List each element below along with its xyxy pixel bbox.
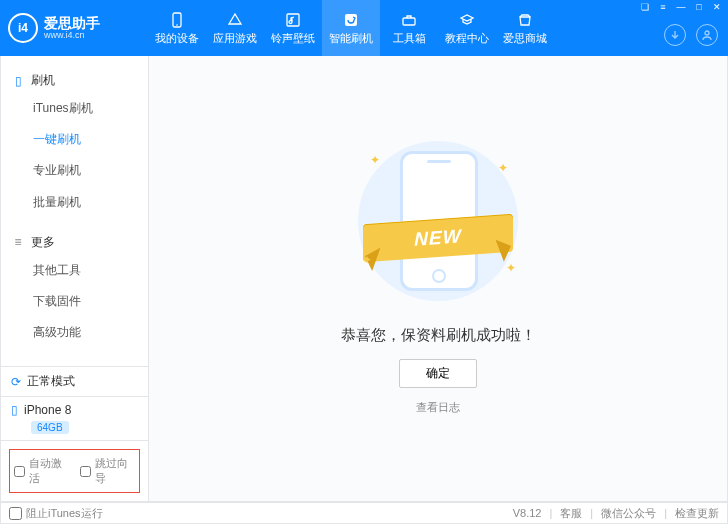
sidebar-item-itunes-flash[interactable]: iTunes刷机 [1,93,148,124]
success-illustration: NEW ✦ ✦ ✦ ✦ [338,133,538,308]
window-controls: ❏ ≡ — □ ✕ [638,2,724,12]
minimize-icon[interactable]: — [674,2,688,12]
sidebar-group-title[interactable]: ▯ 刷机 [1,68,148,93]
svg-point-1 [176,24,178,26]
logo-subtext: www.i4.cn [44,30,100,40]
svg-rect-4 [403,18,415,25]
checkbox-input[interactable] [9,507,22,520]
device-small-icon: ▯ [11,403,18,417]
sparkle-icon: ✦ [498,161,508,175]
apps-icon [226,11,244,29]
nav-label: 我的设备 [155,31,199,46]
sidebar-device[interactable]: ▯ iPhone 8 64GB [1,396,148,440]
status-bar: 阻止iTunes运行 V8.12 | 客服 | 微信公众号 | 检查更新 [0,502,728,524]
device-icon [168,11,186,29]
footer-link-update[interactable]: 检查更新 [675,506,719,521]
success-message: 恭喜您，保资料刷机成功啦！ [341,326,536,345]
nav-apps[interactable]: 应用游戏 [206,0,264,56]
more-icon: ≡ [11,235,25,249]
flash-icon [342,11,360,29]
checkbox-label: 阻止iTunes运行 [26,506,103,521]
sync-icon: ⟳ [11,375,21,389]
footer-link-support[interactable]: 客服 [560,506,582,521]
sparkle-icon: ✦ [370,153,380,167]
logo-block: i4 爱思助手 www.i4.cn [8,13,148,43]
sidebar-item-pro-flash[interactable]: 专业刷机 [1,155,148,186]
phone-icon: ▯ [11,74,25,88]
checkbox-block-itunes[interactable]: 阻止iTunes运行 [9,506,103,521]
user-button[interactable] [696,24,718,46]
sparkle-icon: ✦ [506,261,516,275]
checkbox-input[interactable] [80,466,91,477]
group-label: 刷机 [31,72,55,89]
header-right [664,24,718,46]
group-label: 更多 [31,234,55,251]
sidebar-item-batch-flash[interactable]: 批量刷机 [1,187,148,218]
sidebar-status[interactable]: ⟳ 正常模式 [1,366,148,396]
svg-rect-3 [345,14,357,26]
sidebar-item-advanced[interactable]: 高级功能 [1,317,148,348]
nav-ringtones[interactable]: 铃声壁纸 [264,0,322,56]
ok-button[interactable]: 确定 [399,359,477,388]
close-icon[interactable]: ✕ [710,2,724,12]
status-label: 正常模式 [27,373,75,390]
content-area: NEW ✦ ✦ ✦ ✦ 恭喜您，保资料刷机成功啦！ 确定 查看日志 [149,56,727,501]
sidebar-item-other-tools[interactable]: 其他工具 [1,255,148,286]
sidebar-bottom-options: 自动激活 跳过向导 [1,440,148,501]
skin-icon[interactable]: ❏ [638,2,652,12]
nav-label: 应用游戏 [213,31,257,46]
highlighted-options: 自动激活 跳过向导 [9,449,140,493]
nav-toolbox[interactable]: 工具箱 [380,0,438,56]
nav-flash[interactable]: 智能刷机 [322,0,380,56]
checkbox-input[interactable] [14,466,25,477]
music-icon [284,11,302,29]
tutorial-icon [458,11,476,29]
checkbox-label: 自动激活 [29,456,70,486]
maximize-icon[interactable]: □ [692,2,706,12]
nav-label: 智能刷机 [329,31,373,46]
checkbox-auto-activate[interactable]: 自动激活 [14,456,70,486]
sparkle-icon: ✦ [362,253,372,267]
svg-rect-2 [287,14,299,26]
nav-label: 铃声壁纸 [271,31,315,46]
nav-store[interactable]: 爱思商城 [496,0,554,56]
nav-label: 爱思商城 [503,31,547,46]
checkbox-skip-wizard[interactable]: 跳过向导 [80,456,136,486]
store-icon [516,11,534,29]
sidebar-group-flash: ▯ 刷机 iTunes刷机 一键刷机 专业刷机 批量刷机 [1,62,148,224]
version-label: V8.12 [513,507,542,519]
top-nav: 我的设备 应用游戏 铃声壁纸 智能刷机 工具箱 教程中心 爱思商城 [148,0,554,56]
nav-label: 教程中心 [445,31,489,46]
nav-my-device[interactable]: 我的设备 [148,0,206,56]
nav-tutorials[interactable]: 教程中心 [438,0,496,56]
app-header: i4 爱思助手 www.i4.cn 我的设备 应用游戏 铃声壁纸 智能刷机 工具… [0,0,728,56]
view-log-link[interactable]: 查看日志 [416,400,460,415]
sidebar-group-more: ≡ 更多 其他工具 下载固件 高级功能 [1,224,148,355]
checkbox-label: 跳过向导 [95,456,136,486]
sidebar: ▯ 刷机 iTunes刷机 一键刷机 专业刷机 批量刷机 ≡ 更多 其他工具 下… [1,56,149,501]
logo-icon: i4 [8,13,38,43]
toolbox-icon [400,11,418,29]
sidebar-nav: ▯ 刷机 iTunes刷机 一键刷机 专业刷机 批量刷机 ≡ 更多 其他工具 下… [1,56,148,366]
sidebar-group-title[interactable]: ≡ 更多 [1,230,148,255]
sidebar-item-download-fw[interactable]: 下载固件 [1,286,148,317]
menu-icon[interactable]: ≡ [656,2,670,12]
logo-text: 爱思助手 [44,16,100,30]
download-button[interactable] [664,24,686,46]
nav-label: 工具箱 [393,31,426,46]
storage-badge: 64GB [31,421,69,434]
device-name: iPhone 8 [24,403,71,417]
main-area: ▯ 刷机 iTunes刷机 一键刷机 专业刷机 批量刷机 ≡ 更多 其他工具 下… [0,56,728,502]
svg-point-5 [705,31,709,35]
footer-link-wechat[interactable]: 微信公众号 [601,506,656,521]
sidebar-item-oneclick-flash[interactable]: 一键刷机 [1,124,148,155]
footer-right: V8.12 | 客服 | 微信公众号 | 检查更新 [513,506,719,521]
